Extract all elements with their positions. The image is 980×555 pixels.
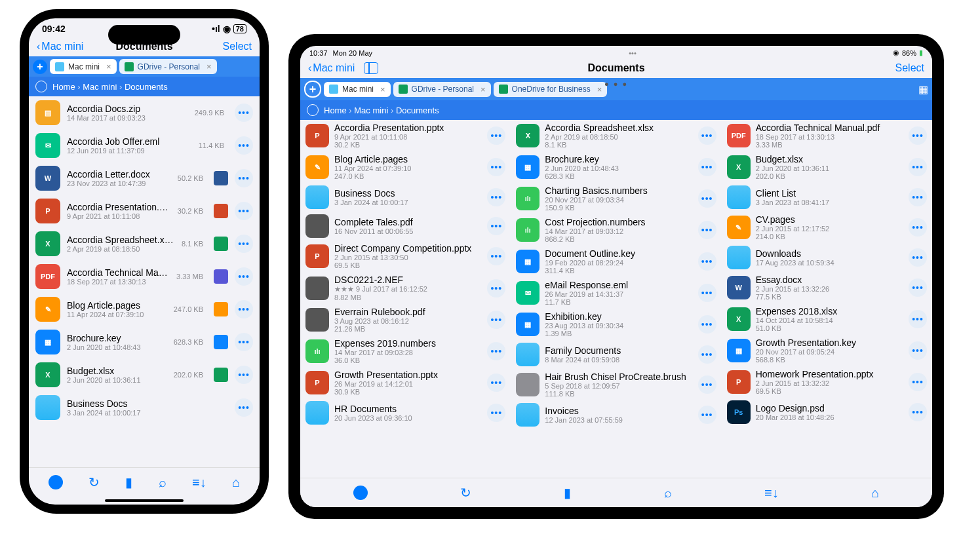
more-button[interactable]: ••• — [698, 158, 716, 176]
file-row[interactable]: PDFAccordia Technical Manual.pdf18 Sep 2… — [29, 260, 260, 293]
more-button[interactable]: ••• — [487, 342, 505, 360]
grid-view-icon[interactable]: ▦ — [918, 83, 928, 96]
tab-mac-mini[interactable]: Mac mini× — [50, 59, 117, 74]
breadcrumb-item[interactable]: Home — [324, 105, 347, 115]
more-button[interactable]: ••• — [909, 278, 927, 297]
sort-icon[interactable]: ≡↓ — [764, 486, 779, 501]
more-button[interactable]: ••• — [909, 310, 927, 328]
more-button[interactable]: ••• — [909, 218, 927, 237]
tablet-file-columns[interactable]: PAccordia Presentation.pptx9 Apr 2021 at… — [300, 120, 932, 478]
file-row[interactable]: PHomework Presentation.pptx2 Jun 2015 at… — [722, 366, 932, 398]
file-row[interactable]: Hair Brush Chisel ProCreate.brush5 Sep 2… — [511, 369, 721, 400]
file-row[interactable]: DSC0221-2.NEF★★★ 9 Jul 2017 at 16:12:528… — [300, 272, 511, 304]
tab-mac-mini[interactable]: Mac mini× — [324, 82, 391, 97]
file-row[interactable]: Family Documents8 Mar 2024 at 09:59:08••… — [511, 340, 721, 369]
history-icon[interactable] — [307, 104, 319, 116]
file-row[interactable]: PDirect Company Competition.pptx2 Jun 20… — [300, 240, 511, 272]
more-button[interactable]: ••• — [909, 188, 927, 206]
more-button[interactable]: ••• — [487, 311, 505, 329]
file-row[interactable]: PGrowth Presentation.pptx26 Mar 2019 at … — [300, 367, 511, 398]
breadcrumb-item[interactable]: Documents — [125, 82, 168, 92]
more-button[interactable]: ••• — [909, 373, 927, 391]
refresh-icon[interactable]: ↻ — [88, 474, 100, 490]
file-row[interactable]: XAccordia Spreadsheet.xlsx2 Apr 2019 at … — [511, 120, 721, 151]
file-row[interactable]: WEssay.docx2 Jun 2015 at 13:32:2677.5 KB… — [722, 272, 932, 303]
close-icon[interactable]: × — [106, 62, 111, 71]
more-button[interactable]: ••• — [235, 136, 253, 155]
more-button[interactable]: ••• — [698, 126, 716, 145]
file-row[interactable]: Complete Tales.pdf16 Nov 2011 at 00:06:5… — [300, 212, 511, 240]
file-row[interactable]: HR Documents20 Jun 2023 at 09:36:10••• — [300, 398, 511, 427]
more-button[interactable]: ••• — [909, 341, 927, 360]
home-icon[interactable]: ⌂ — [871, 486, 879, 501]
back-button[interactable]: ‹ Mac mini — [37, 41, 83, 52]
file-row[interactable]: XExpenses 2018.xlsx14 Oct 2014 at 10:58:… — [722, 303, 932, 335]
file-row[interactable]: ▦Growth Presentation.key20 Nov 2017 at 0… — [722, 335, 932, 366]
home-indicator[interactable] — [105, 499, 184, 502]
add-tab-button[interactable]: + — [304, 81, 321, 98]
file-row[interactable]: ✉Accordia Job Offer.eml12 Jun 2019 at 11… — [29, 129, 260, 162]
select-button[interactable]: Select — [223, 41, 252, 52]
more-button[interactable]: ••• — [698, 284, 716, 302]
more-button[interactable]: ••• — [698, 375, 716, 394]
more-button[interactable]: ••• — [487, 404, 505, 422]
file-row[interactable]: PsLogo Design.psd20 Mar 2018 at 10:48:26… — [722, 398, 932, 427]
file-row[interactable]: ▦Brochure.key2 Jun 2020 at 10:48:43628.3… — [29, 326, 260, 358]
breadcrumb-item[interactable]: Documents — [396, 105, 439, 115]
file-row[interactable]: Business Docs3 Jan 2024 at 10:00:17••• — [300, 183, 511, 212]
sort-icon[interactable]: ≡↓ — [192, 475, 206, 490]
tab-gdrive---personal[interactable]: GDrive - Personal× — [119, 59, 217, 74]
file-row[interactable]: ▦Exhibition.key23 Aug 2013 at 09:30:341.… — [511, 309, 721, 340]
file-row[interactable]: XBudget.xlsx2 Jun 2020 at 10:36:11202.0 … — [722, 151, 932, 183]
file-row[interactable]: Business Docs3 Jan 2024 at 10:00:17••• — [29, 391, 260, 424]
breadcrumb-item[interactable]: Mac mini — [354, 105, 388, 115]
close-icon[interactable]: × — [206, 62, 212, 71]
file-row[interactable]: ılıCost Projection.numbers14 Mar 2017 at… — [511, 214, 721, 246]
more-button[interactable]: ••• — [235, 366, 253, 384]
close-icon[interactable]: × — [380, 85, 385, 94]
more-button[interactable]: ••• — [235, 333, 253, 351]
file-row[interactable]: XAccordia Spreadsheet.xlsx2 Apr 2019 at … — [29, 227, 260, 260]
more-button[interactable]: ••• — [235, 300, 253, 318]
file-row[interactable]: PDFAccordia Technical Manual.pdf18 Sep 2… — [722, 120, 932, 151]
sidebar-toggle-icon[interactable] — [364, 62, 378, 74]
close-icon[interactable]: × — [597, 85, 602, 94]
more-button[interactable]: ••• — [698, 315, 716, 334]
more-button[interactable]: ••• — [909, 403, 927, 421]
file-row[interactable]: XBudget.xlsx2 Jun 2020 at 10:36:11202.0 … — [29, 358, 260, 391]
file-row[interactable]: Client List3 Jan 2023 at 08:41:17••• — [722, 183, 932, 212]
select-button[interactable]: Select — [895, 62, 924, 74]
more-button[interactable]: ••• — [487, 279, 505, 297]
add-icon[interactable]: + — [353, 486, 368, 500]
more-button[interactable]: ••• — [698, 252, 716, 271]
multitask-dots[interactable]: ••• — [629, 49, 637, 57]
more-button[interactable]: ••• — [487, 188, 505, 206]
more-button[interactable]: ••• — [698, 345, 716, 364]
more-button[interactable]: ••• — [235, 267, 253, 286]
bookmark-icon[interactable]: ▮ — [564, 485, 571, 501]
more-button[interactable]: ••• — [487, 373, 505, 392]
more-button[interactable]: ••• — [909, 126, 927, 145]
file-row[interactable]: ✉eMail Response.eml26 Mar 2019 at 14:31:… — [511, 277, 721, 309]
file-row[interactable]: ▤Accordia Docs.zip14 Mar 2017 at 09:03:2… — [29, 96, 260, 129]
more-button[interactable]: ••• — [698, 189, 716, 208]
file-row[interactable]: ılıCharting Basics.numbers20 Nov 2017 at… — [511, 183, 721, 214]
add-icon[interactable]: + — [49, 475, 63, 489]
file-row[interactable]: ✎CV.pages2 Jun 2015 at 12:17:52214.0 KB•… — [722, 212, 932, 243]
more-button[interactable]: ••• — [698, 221, 716, 239]
file-row[interactable]: PAccordia Presentation.pptx9 Apr 2021 at… — [29, 195, 260, 227]
add-tab-button[interactable]: + — [33, 60, 47, 74]
tab-onedrive-for-business[interactable]: OneDrive for Business× — [494, 82, 608, 97]
more-button[interactable]: ••• — [235, 202, 253, 220]
more-button[interactable]: ••• — [235, 169, 253, 187]
file-row[interactable]: ▦Document Outline.key19 Feb 2020 at 08:2… — [511, 246, 721, 277]
search-icon[interactable]: ⌕ — [664, 486, 672, 501]
file-row[interactable]: ✎Blog Article.pages11 Apr 2024 at 07:39:… — [300, 151, 511, 183]
file-row[interactable]: WAccordia Letter.docx23 Nov 2023 at 10:4… — [29, 162, 260, 195]
search-icon[interactable]: ⌕ — [159, 475, 167, 490]
file-row[interactable]: ▦Brochure.key2 Jun 2020 at 10:48:43628.3… — [511, 151, 721, 183]
more-button[interactable]: ••• — [487, 158, 505, 176]
home-icon[interactable]: ⌂ — [232, 475, 240, 490]
back-button[interactable]: ‹ Mac mini — [308, 62, 355, 74]
phone-file-list[interactable]: ▤Accordia Docs.zip14 Mar 2017 at 09:03:2… — [29, 96, 260, 467]
